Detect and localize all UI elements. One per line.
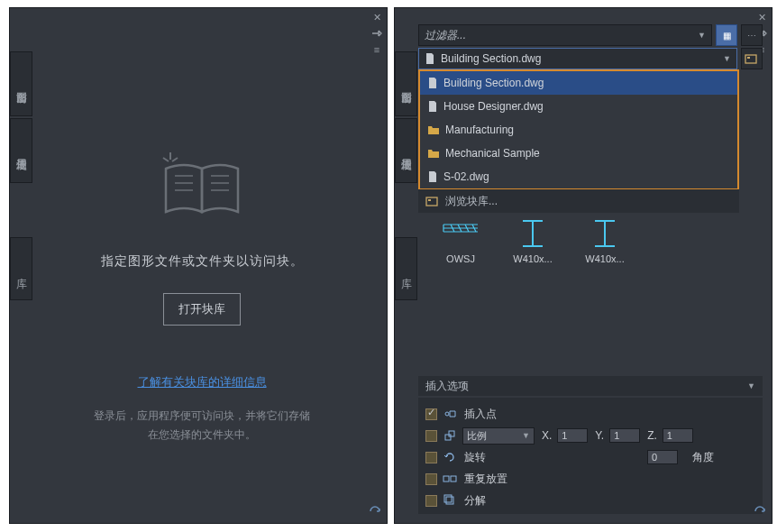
- x-label: X.: [542, 429, 552, 442]
- dropdown-item-label: Manufacturing: [445, 124, 514, 136]
- current-file-label: Building Section.dwg: [441, 52, 541, 65]
- blocks-panel-empty: 当前图形 最近使用 库 ✕ ≡ 指定图形文件或文件夹以访问块。 打开块库 了解有…: [9, 7, 388, 524]
- svg-rect-6: [449, 431, 454, 436]
- block-thumb[interactable]: OWSJ: [440, 217, 481, 264]
- chevron-down-icon: ▼: [747, 381, 755, 390]
- explode-label: 分解: [464, 493, 486, 509]
- svg-rect-8: [451, 476, 456, 482]
- file-dropdown[interactable]: Building Section.dwg ▼: [418, 48, 737, 69]
- block-preview: [584, 217, 626, 250]
- filter-dropdown[interactable]: 过滤器... ▼: [418, 24, 712, 46]
- block-thumbnails: OWSJ W410x... W410x...: [440, 217, 626, 264]
- scale-x-input[interactable]: [557, 428, 588, 443]
- insert-options-title: 插入选项: [425, 379, 469, 394]
- file-icon: [427, 100, 438, 113]
- dropdown-item-label: S-02.dwg: [443, 170, 489, 183]
- svg-rect-2: [426, 197, 437, 206]
- block-thumb[interactable]: W410x...: [512, 217, 553, 264]
- learn-more-link[interactable]: 了解有关块库的详细信息: [138, 374, 267, 390]
- sync-icon[interactable]: [753, 504, 767, 518]
- dropdown-item[interactable]: House Designer.dwg: [420, 95, 737, 118]
- insertion-point-checkbox[interactable]: [425, 408, 437, 420]
- insertion-point-label: 插入点: [464, 407, 497, 422]
- dropdown-item[interactable]: S-02.dwg: [420, 165, 737, 188]
- rotate-label: 旋转: [464, 450, 486, 465]
- panel-controls: ✕ ≡: [370, 12, 383, 55]
- filter-label: 过滤器...: [425, 28, 466, 43]
- tab-library[interactable]: 库: [395, 237, 417, 300]
- tab-recent[interactable]: 最近使用: [10, 118, 32, 183]
- block-name: W410x...: [513, 253, 552, 264]
- close-icon[interactable]: ✕: [755, 12, 768, 23]
- open-block-library-button[interactable]: 打开块库: [163, 293, 241, 326]
- svg-rect-0: [745, 55, 756, 63]
- folder-icon: [427, 124, 440, 135]
- explode-icon: [443, 493, 457, 508]
- scale-label: 比例: [467, 429, 487, 443]
- view-mode-button[interactable]: ▦: [716, 24, 737, 46]
- empty-message: 指定图形文件或文件夹以访问块。: [101, 253, 304, 270]
- file-icon: [425, 52, 435, 65]
- insertion-point-icon: [443, 407, 457, 421]
- svg-point-4: [445, 412, 449, 416]
- dropdown-item[interactable]: Building Section.dwg: [420, 71, 737, 95]
- filter-row: 过滤器... ▼ ▦ ⋯: [418, 24, 763, 46]
- block-preview: [512, 217, 553, 250]
- svg-rect-10: [444, 495, 452, 502]
- library-icon: [425, 195, 440, 207]
- browse-label: 浏览块库...: [445, 194, 498, 209]
- options-button[interactable]: ⋯: [741, 24, 763, 46]
- block-thumb[interactable]: W410x...: [584, 217, 626, 264]
- dropdown-item[interactable]: Mechanical Sample: [420, 142, 737, 165]
- folder-icon: [427, 148, 440, 159]
- explode-checkbox[interactable]: [425, 495, 437, 507]
- svg-rect-7: [443, 476, 449, 482]
- scale-dropdown[interactable]: 比例▼: [462, 427, 535, 445]
- book-icon: [152, 142, 251, 226]
- svg-rect-1: [747, 57, 750, 59]
- dropdown-item-label: House Designer.dwg: [443, 100, 544, 113]
- tab-recent[interactable]: 最近使用: [395, 118, 417, 183]
- insert-options-header[interactable]: 插入选项 ▼: [418, 376, 763, 396]
- chevron-down-icon: ▼: [723, 54, 731, 63]
- rotate-checkbox[interactable]: [425, 452, 437, 463]
- z-label: Z.: [647, 429, 657, 442]
- tab-current-drawing[interactable]: 当前图形: [395, 51, 417, 116]
- svg-rect-5: [445, 435, 451, 440]
- vertical-tabs: 当前图形 最近使用 库: [10, 51, 28, 302]
- scale-checkbox[interactable]: [425, 430, 437, 442]
- browse-library-row[interactable]: 浏览块库...: [418, 189, 739, 213]
- tab-current-drawing[interactable]: 当前图形: [10, 51, 32, 116]
- vertical-tabs: 当前图形 最近使用 库: [395, 51, 413, 302]
- file-icon: [427, 170, 438, 183]
- file-dropdown-list: Building Section.dwg House Designer.dwg …: [418, 69, 739, 190]
- repeat-label: 重复放置: [464, 472, 507, 487]
- svg-rect-3: [428, 199, 431, 201]
- menu-icon[interactable]: ≡: [370, 44, 383, 55]
- browse-button[interactable]: [741, 48, 763, 69]
- empty-state: 指定图形文件或文件夹以访问块。 打开块库 了解有关块库的详细信息 登录后，应用程…: [33, 24, 370, 507]
- svg-rect-9: [446, 497, 453, 504]
- tab-library[interactable]: 库: [10, 237, 32, 300]
- blocks-panel-library: 当前图形 最近使用 库 ✕ ≡ 过滤器... ▼ ▦ ⋯ Building Se…: [394, 7, 772, 524]
- angle-label: 角度: [692, 450, 714, 465]
- scale-y-input[interactable]: [609, 428, 640, 443]
- dropdown-item-label: Mechanical Sample: [445, 147, 540, 160]
- close-icon[interactable]: ✕: [370, 12, 383, 23]
- insert-options-body: 插入点 比例▼ X. Y. Z. 旋转 角度 重复放置: [418, 398, 763, 514]
- dropdown-item[interactable]: Manufacturing: [420, 118, 737, 142]
- file-select-row: Building Section.dwg ▼: [418, 48, 763, 69]
- repeat-icon: [443, 472, 457, 486]
- block-preview: [440, 217, 481, 250]
- block-name: OWSJ: [446, 253, 475, 264]
- chevron-down-icon: ▼: [522, 431, 530, 440]
- rotate-input[interactable]: [647, 450, 678, 464]
- chevron-down-icon: ▼: [698, 31, 706, 40]
- scale-z-input[interactable]: [663, 428, 693, 443]
- pin-icon[interactable]: [370, 28, 383, 39]
- rotate-icon: [443, 450, 457, 464]
- scale-icon: [443, 428, 457, 443]
- sync-icon[interactable]: [368, 504, 382, 518]
- y-label: Y.: [595, 429, 604, 442]
- repeat-checkbox[interactable]: [425, 473, 437, 485]
